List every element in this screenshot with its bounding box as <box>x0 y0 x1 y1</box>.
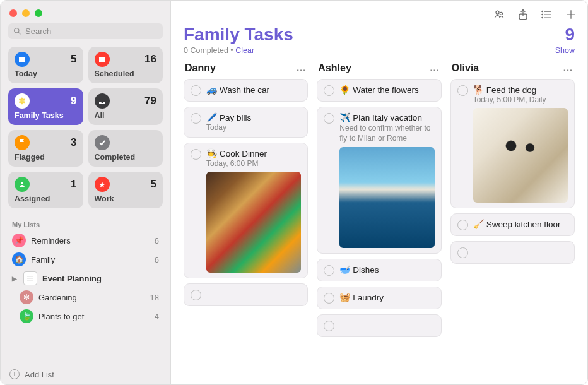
task-card[interactable]: 🐕Feed the dogToday, 5:00 PM, Daily <box>450 79 575 208</box>
task-complete-radio[interactable] <box>324 113 334 124</box>
task-card[interactable]: 🧑‍🍳Cook DinnerToday, 6:00 PM <box>184 143 308 278</box>
sidebar-list-gardening[interactable]: ✻ Gardening 18 <box>8 288 163 307</box>
smart-list-all[interactable]: 79 All <box>88 88 163 125</box>
task-image <box>206 172 301 273</box>
view-options-icon[interactable] <box>541 8 553 21</box>
sidebar-list-family[interactable]: 🏠 Family 6 <box>8 250 163 269</box>
task-complete-radio[interactable] <box>324 293 334 304</box>
svg-line-1 <box>18 32 20 34</box>
list-icon: ✻ <box>20 290 33 304</box>
column-menu-button[interactable]: … <box>296 62 307 74</box>
smart-count: 3 <box>71 136 76 149</box>
sidebar-list-reminders[interactable]: 📌 Reminders 6 <box>8 231 163 250</box>
task-title: Plan Italy vacation <box>353 113 422 122</box>
smart-count: 5 <box>71 53 76 66</box>
star-icon: ★ <box>95 177 110 192</box>
share-icon[interactable] <box>517 8 529 21</box>
task-subtitle: Today, 6:00 PM <box>206 159 301 168</box>
collaborate-icon[interactable] <box>493 8 505 21</box>
task-card[interactable]: 🖊️Pay billsToday <box>184 107 308 138</box>
smart-list-family[interactable]: ✽ 9 Family Tasks <box>8 88 83 125</box>
list-name: Reminders <box>31 236 150 246</box>
svg-point-0 <box>15 28 19 33</box>
tray-icon <box>95 93 110 109</box>
sparkle-icon: ✽ <box>15 93 30 109</box>
smart-list-scheduled[interactable]: 16 Scheduled <box>88 47 163 83</box>
add-list-button[interactable]: + Add List <box>1 364 170 384</box>
smart-list-today[interactable]: 5 Today <box>8 47 83 83</box>
task-complete-radio[interactable] <box>324 321 334 331</box>
fullscreen-window-button[interactable] <box>35 9 42 17</box>
list-count: 4 <box>155 312 159 321</box>
task-card[interactable]: 🧺Laundry <box>317 287 441 309</box>
task-card[interactable]: 🧹Sweep kitchen floor <box>450 213 575 236</box>
search-input[interactable]: Search <box>8 23 163 39</box>
list-header: Family Tasks 9 <box>171 23 587 45</box>
task-complete-radio[interactable] <box>191 149 201 160</box>
column-title: Ashley <box>318 62 351 74</box>
task-emoji: ✈️ <box>339 112 350 122</box>
task-title: Pay bills <box>220 113 251 122</box>
clear-completed-link[interactable]: Clear <box>235 46 254 55</box>
smart-list-flagged[interactable]: 3 Flagged <box>8 130 83 167</box>
task-emoji: 🚙 <box>206 85 217 95</box>
task-complete-radio[interactable] <box>191 290 201 300</box>
group-name: Event Planning <box>42 274 159 283</box>
new-task-placeholder[interactable] <box>184 283 308 306</box>
columns-container: Danny…🚙Wash the car🖊️Pay billsToday🧑‍🍳Co… <box>171 61 587 384</box>
smart-count: 1 <box>71 178 76 191</box>
add-list-label: Add List <box>25 370 54 379</box>
sidebar: Search 5 Today 16 Scheduled ✽ 9 Family T… <box>1 1 171 384</box>
smart-label: Family Tasks <box>15 111 77 120</box>
task-card[interactable]: 🌻Water the flowers <box>317 79 441 102</box>
task-complete-radio[interactable] <box>191 113 201 124</box>
my-lists-section: My Lists 📌 Reminders 6 🏠 Family 6 ▶ Even… <box>1 216 170 364</box>
smart-count: 9 <box>71 95 76 107</box>
task-complete-radio[interactable] <box>457 220 468 230</box>
list-subheader: 0 Completed • Clear Show <box>171 45 587 61</box>
task-complete-radio[interactable] <box>457 247 468 258</box>
list-name: Plants to get <box>38 312 150 321</box>
task-complete-radio[interactable] <box>457 85 468 96</box>
search-icon <box>13 27 21 35</box>
svg-point-11 <box>500 12 502 15</box>
chevron-right-icon: ▶ <box>12 275 18 282</box>
close-window-button[interactable] <box>9 9 17 17</box>
smart-list-assigned[interactable]: 1 Assigned <box>8 172 83 208</box>
task-complete-radio[interactable] <box>324 265 334 276</box>
bullet: • <box>230 46 233 55</box>
svg-point-17 <box>542 14 543 15</box>
task-subtitle: Today <box>206 123 301 132</box>
add-reminder-icon[interactable] <box>565 8 577 21</box>
list-title: Family Tasks <box>184 25 293 45</box>
task-emoji: 🥣 <box>339 264 350 275</box>
sidebar-list-plants-to-get[interactable]: 🍃 Plants to get 4 <box>8 307 163 326</box>
task-card[interactable]: ✈️Plan Italy vacationNeed to confirm whe… <box>317 107 441 254</box>
column-title: Olivia <box>452 62 479 74</box>
sidebar-group-event-planning[interactable]: ▶ Event Planning <box>8 269 163 288</box>
new-task-placeholder[interactable] <box>317 314 441 337</box>
column-menu-button[interactable]: … <box>563 62 573 74</box>
svg-point-16 <box>542 11 543 11</box>
minimize-window-button[interactable] <box>22 9 30 17</box>
task-title: Laundry <box>353 293 384 302</box>
smart-list-work[interactable]: ★ 5 Work <box>88 172 163 208</box>
task-emoji: 🧑‍🍳 <box>206 148 217 158</box>
task-title: Dishes <box>353 265 379 275</box>
svg-rect-8 <box>27 278 33 278</box>
task-card[interactable]: 🚙Wash the car <box>184 79 308 102</box>
list-name: Family <box>31 255 150 264</box>
check-icon <box>95 135 110 150</box>
task-note: Need to confirm whether to fly to Milan … <box>339 124 434 143</box>
task-complete-radio[interactable] <box>324 85 334 96</box>
smart-label: Work <box>95 194 157 203</box>
task-complete-radio[interactable] <box>191 85 201 96</box>
list-count: 6 <box>155 255 159 264</box>
show-completed-link[interactable]: Show <box>555 46 575 55</box>
new-task-placeholder[interactable] <box>450 241 575 264</box>
flag-icon <box>15 135 30 150</box>
smart-count: 79 <box>144 95 156 107</box>
task-card[interactable]: 🥣Dishes <box>317 259 441 281</box>
column-menu-button[interactable]: … <box>430 62 440 74</box>
smart-list-completed[interactable]: Completed <box>88 130 163 167</box>
